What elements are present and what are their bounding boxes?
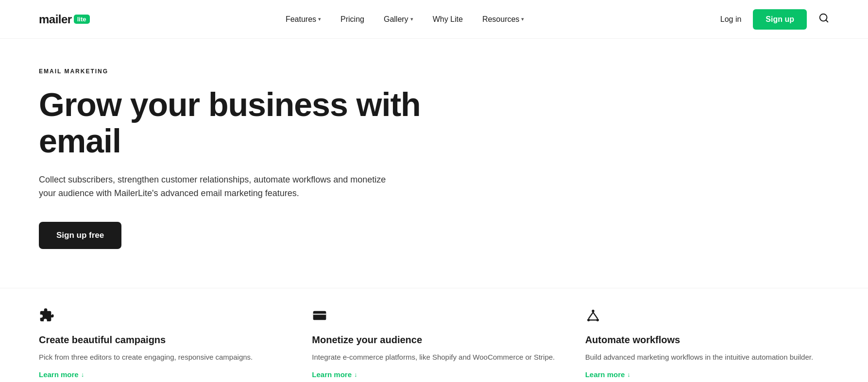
svg-line-8 xyxy=(588,313,593,319)
logo[interactable]: mailer lite xyxy=(39,13,90,26)
nav-link-gallery[interactable]: Gallery ▾ xyxy=(384,15,413,24)
arrow-down-icon: ↓ xyxy=(354,371,357,378)
logo-badge: lite xyxy=(74,15,90,24)
nav-link-why-lite[interactable]: Why Lite xyxy=(433,15,463,24)
nav-link-pricing[interactable]: Pricing xyxy=(340,15,364,24)
arrow-down-icon: ↓ xyxy=(81,371,85,378)
signup-free-button[interactable]: Sign up free xyxy=(39,222,121,249)
feature-card-automate: Automate workflows Build advanced market… xyxy=(585,308,829,379)
svg-line-1 xyxy=(826,20,828,22)
hero-title: Grow your business with email xyxy=(39,86,447,159)
features-section: Create beautiful campaigns Pick from thr… xyxy=(0,288,868,382)
arrow-down-icon: ↓ xyxy=(627,371,630,378)
nav-link-resources[interactable]: Resources ▾ xyxy=(482,15,524,24)
chevron-down-icon: ▾ xyxy=(410,16,413,22)
navbar: mailer lite Features ▾ Pricing Gallery ▾… xyxy=(0,0,868,39)
login-button[interactable]: Log in xyxy=(720,15,742,24)
nav-item-gallery[interactable]: Gallery ▾ xyxy=(384,15,413,24)
logo-text: mailer xyxy=(39,13,72,26)
svg-rect-2 xyxy=(313,311,326,320)
nav-right: Log in Sign up xyxy=(720,9,829,30)
signup-button[interactable]: Sign up xyxy=(753,9,807,30)
section-label: EMAIL MARKETING xyxy=(39,68,447,75)
feature-title-campaigns: Create beautiful campaigns xyxy=(39,334,283,346)
feature-desc-monetize: Integrate e-commerce platforms, like Sho… xyxy=(312,351,556,363)
nav-links: Features ▾ Pricing Gallery ▾ Why Lite Re… xyxy=(286,15,524,24)
feature-card-monetize: Monetize your audience Integrate e-comme… xyxy=(312,308,556,379)
chevron-down-icon: ▾ xyxy=(521,16,524,22)
nav-item-resources[interactable]: Resources ▾ xyxy=(482,15,524,24)
feature-desc-campaigns: Pick from three editors to create engagi… xyxy=(39,351,283,363)
learn-more-campaigns[interactable]: Learn more ↓ xyxy=(39,370,283,379)
learn-more-automate[interactable]: Learn more ↓ xyxy=(585,370,829,379)
monetize-icon xyxy=(312,308,556,327)
svg-line-9 xyxy=(593,313,597,319)
nav-link-features[interactable]: Features ▾ xyxy=(286,15,321,24)
feature-title-automate: Automate workflows xyxy=(585,334,829,346)
nav-item-pricing[interactable]: Pricing xyxy=(340,15,364,24)
svg-point-5 xyxy=(592,310,594,312)
learn-more-monetize[interactable]: Learn more ↓ xyxy=(312,370,556,379)
feature-desc-automate: Build advanced marketing workflows in th… xyxy=(585,351,829,363)
feature-card-campaigns: Create beautiful campaigns Pick from thr… xyxy=(39,308,283,379)
nav-item-features[interactable]: Features ▾ xyxy=(286,15,321,24)
automate-icon xyxy=(585,308,829,327)
feature-title-monetize: Monetize your audience xyxy=(312,334,556,346)
hero-description: Collect subscribers, strengthen customer… xyxy=(39,173,389,201)
hero-section: EMAIL MARKETING Grow your business with … xyxy=(0,39,486,288)
nav-item-why-lite[interactable]: Why Lite xyxy=(433,15,463,24)
chevron-down-icon: ▾ xyxy=(318,16,321,22)
search-icon[interactable] xyxy=(818,13,829,26)
puzzle-icon xyxy=(39,308,283,327)
